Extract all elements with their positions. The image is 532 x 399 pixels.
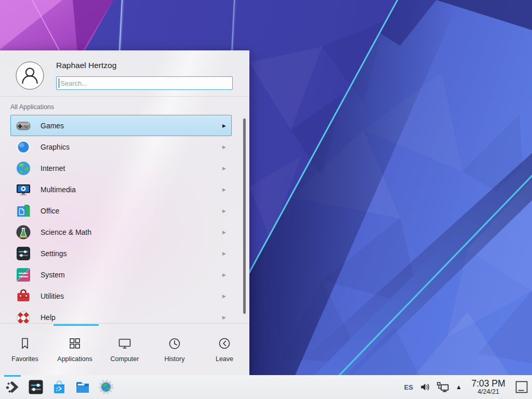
category-label: Graphics <box>41 143 70 151</box>
category-label: Internet <box>41 164 65 172</box>
category-label: Utilities <box>41 292 64 300</box>
category-label: Science & Math <box>41 228 91 236</box>
category-science-math[interactable]: Science & Math ▶ <box>10 221 232 243</box>
user-avatar[interactable] <box>16 61 44 92</box>
user-name: Raphael Hertzog <box>56 61 116 70</box>
category-games[interactable]: Games ▶ <box>10 115 232 136</box>
category-help[interactable]: Help ▶ <box>10 307 232 323</box>
system-settings-button[interactable] <box>28 379 44 395</box>
tab-label: Leave <box>216 355 233 363</box>
tab-label: Applications <box>57 355 92 363</box>
category-label: System <box>41 271 65 279</box>
keyboard-layout-indicator[interactable]: ES <box>404 383 413 391</box>
system-icon <box>15 267 32 283</box>
submenu-arrow-icon: ▶ <box>222 144 226 150</box>
favorites-icon <box>18 336 32 351</box>
user-avatar-icon <box>16 61 44 90</box>
graphics-icon <box>15 139 32 155</box>
applications-icon <box>68 336 82 351</box>
category-office[interactable]: Office ▶ <box>10 200 232 221</box>
tray-expand-icon[interactable]: ▲ <box>456 384 462 390</box>
tab-computer[interactable]: Computer <box>100 324 150 375</box>
submenu-arrow-icon: ▶ <box>222 294 226 299</box>
launcher-active-indicator <box>4 375 21 377</box>
tab-leave[interactable]: Leave <box>200 324 249 375</box>
digital-clock[interactable]: 7:03 PM 4/24/21 <box>468 379 509 396</box>
app-launcher-button[interactable] <box>4 379 21 395</box>
category-label: Games <box>41 122 64 130</box>
help-icon <box>15 309 32 324</box>
games-icon <box>15 117 32 134</box>
header-separator <box>0 96 249 97</box>
file-manager-button[interactable] <box>74 379 91 395</box>
multimedia-icon <box>15 181 32 198</box>
submenu-arrow-icon: ▶ <box>222 187 226 192</box>
submenu-arrow-icon: ▶ <box>222 251 226 256</box>
history-icon <box>167 336 182 351</box>
search-input[interactable] <box>56 76 233 90</box>
internet-icon <box>15 160 32 177</box>
submenu-arrow-icon: ▶ <box>222 272 226 277</box>
submenu-arrow-icon: ▶ <box>222 208 226 214</box>
taskbar-panel: ES ▲ 7:03 PM 4/24/21 <box>0 375 532 399</box>
science-math-icon <box>15 224 32 241</box>
settings-icon <box>15 245 32 262</box>
computer-icon <box>117 336 132 351</box>
category-label: Office <box>41 207 59 215</box>
category-system[interactable]: System ▶ <box>10 264 232 285</box>
tab-history[interactable]: History <box>150 324 200 375</box>
application-launcher-menu: Raphael Hertzog All Applications Games ▶ <box>0 50 249 375</box>
category-label: Help <box>41 313 56 322</box>
text-caret <box>59 78 59 88</box>
tab-label: Favorites <box>11 355 38 363</box>
category-list: Games ▶ Graphics ▶ Internet ▶ <box>0 115 249 323</box>
clock-time: 7:03 PM <box>471 379 505 389</box>
category-multimedia[interactable]: Multimedia ▶ <box>10 179 232 200</box>
discover-button[interactable] <box>51 379 68 395</box>
submenu-arrow-icon: ▶ <box>222 166 226 171</box>
tab-label: Computer <box>111 355 139 363</box>
tab-label: History <box>165 355 185 363</box>
submenu-arrow-icon: ▶ <box>222 123 226 128</box>
scrollbar[interactable] <box>243 118 246 314</box>
launcher-tabbar: Favorites Applications Computer <box>0 324 249 375</box>
submenu-arrow-icon: ▶ <box>222 315 226 320</box>
clock-date: 4/24/21 <box>477 389 499 396</box>
category-utilities[interactable]: Utilities ▶ <box>10 285 232 307</box>
leave-icon <box>217 336 232 351</box>
office-icon <box>15 203 32 219</box>
volume-icon[interactable] <box>419 382 430 392</box>
category-label: Multimedia <box>41 185 76 194</box>
section-label: All Applications <box>10 103 54 111</box>
network-icon[interactable] <box>436 381 449 393</box>
show-desktop-button[interactable] <box>515 380 528 394</box>
category-settings[interactable]: Settings ▶ <box>10 243 232 264</box>
tab-applications[interactable]: Applications <box>50 324 100 375</box>
category-label: Settings <box>41 249 67 258</box>
web-browser-button[interactable] <box>98 379 114 395</box>
category-graphics[interactable]: Graphics ▶ <box>10 136 232 157</box>
submenu-arrow-icon: ▶ <box>222 230 226 235</box>
tab-favorites[interactable]: Favorites <box>0 324 50 375</box>
category-internet[interactable]: Internet ▶ <box>10 157 232 179</box>
utilities-icon <box>15 288 32 304</box>
